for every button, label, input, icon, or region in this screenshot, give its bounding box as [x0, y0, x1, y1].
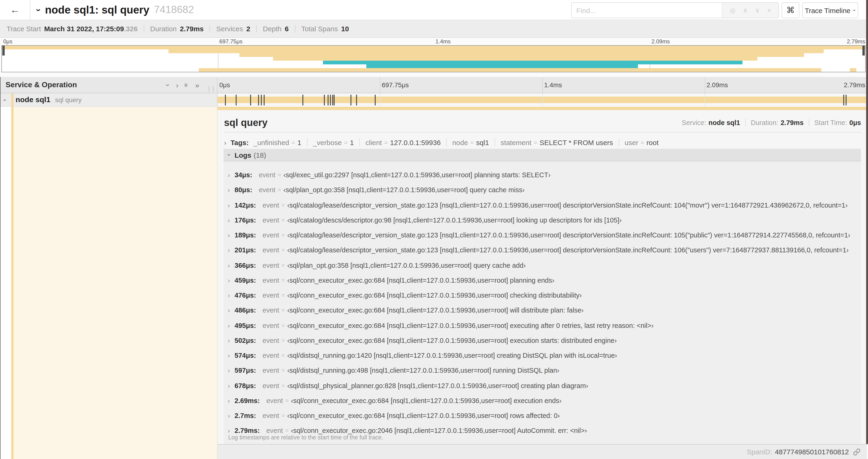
log-entry[interactable]: ›476μs:event=‹sql/conn_executor_exec.go:… — [228, 291, 859, 300]
log-timestamp: 189μs: — [235, 231, 256, 239]
link-icon[interactable] — [853, 448, 861, 456]
log-entry[interactable]: ›2.79ms:event=‹sql/conn_executor_exec.go… — [228, 426, 859, 435]
chevron-right-icon[interactable]: › — [228, 337, 230, 344]
log-marker[interactable] — [250, 95, 251, 105]
chevron-right-icon[interactable]: › — [228, 217, 230, 224]
log-marker[interactable] — [328, 95, 329, 105]
chevron-right-icon[interactable]: › — [228, 247, 230, 254]
log-entry[interactable]: ›495μs:event=‹sql/conn_executor_exec.go:… — [228, 321, 859, 330]
span-color-stripe — [11, 93, 13, 107]
prev-match-icon[interactable]: ∧ — [743, 6, 748, 14]
log-marker[interactable] — [846, 95, 846, 105]
back-button[interactable]: ← — [0, 0, 30, 20]
span-id-value: 4877749850101760812 — [775, 448, 849, 456]
chevron-right-icon[interactable]: › — [228, 352, 230, 359]
minimap-tick-label: 697.75μs — [219, 38, 242, 45]
log-entry[interactable]: ›176μs:event=‹sql/catalog/descs/descript… — [228, 216, 859, 225]
minimap-canvas[interactable] — [1, 45, 866, 72]
tag-item[interactable]: node=sql1 — [453, 138, 489, 146]
expand-one-icon[interactable]: › — [176, 81, 178, 88]
span-color-stripe — [11, 107, 13, 459]
chevron-right-icon[interactable]: › — [228, 201, 230, 209]
find-input[interactable] — [572, 3, 722, 18]
tags-row[interactable]: › Tags: _unfinished=1_verbose=1client=12… — [224, 136, 861, 148]
chevron-right-icon[interactable]: › — [228, 171, 230, 179]
find-controls: ◎∧∨× — [722, 3, 778, 18]
chevron-right-icon[interactable]: › — [228, 231, 230, 239]
log-marker[interactable] — [332, 95, 333, 105]
scroll-to-match-icon[interactable]: ◎ — [730, 6, 736, 14]
log-entry[interactable]: ›80μs:event=‹sql/plan_opt.go:358 [nsql1,… — [228, 186, 859, 195]
minimap-tick-labels: 0μs697.75μs1.4ms2.09ms2.79ms — [2, 38, 866, 45]
chevron-right-icon[interactable]: › — [228, 412, 230, 419]
tag-item[interactable]: client=127.0.0.1:59936 — [365, 138, 440, 146]
next-match-icon[interactable]: ∨ — [755, 6, 760, 14]
log-entry[interactable]: ›201μs:event=‹sql/catalog/lease/descript… — [228, 245, 859, 255]
logs-header[interactable]: › Logs (18) — [223, 149, 861, 161]
chevron-right-icon[interactable]: › — [228, 367, 230, 374]
clear-search-icon[interactable]: × — [767, 6, 771, 14]
log-equals: = — [281, 352, 285, 359]
log-entry[interactable]: ›597μs:event=‹sql/distsql_running.go:498… — [228, 366, 859, 375]
log-message: ‹sql/conn_executor_exec.go:2046 [nsql1,c… — [291, 427, 587, 434]
chevron-right-icon[interactable]: › — [228, 307, 230, 314]
log-marker[interactable] — [375, 95, 376, 105]
tag-item[interactable]: statement=SELECT * FROM users — [501, 138, 613, 146]
vertical-scrollbar[interactable] — [866, 0, 868, 444]
log-entry[interactable]: ›189μs:event=‹sql/catalog/lease/descript… — [228, 230, 859, 240]
chevron-right-icon[interactable]: › — [228, 382, 230, 389]
back-arrow-icon: ← — [10, 4, 20, 15]
log-marker[interactable] — [356, 95, 357, 105]
tag-item[interactable]: user=root — [625, 138, 658, 146]
log-entry[interactable]: ›2.69ms:event=‹sql/conn_executor_exec.go… — [228, 396, 859, 405]
chevron-right-icon[interactable]: › — [228, 261, 230, 269]
tag-item[interactable]: _verbose=1 — [313, 138, 354, 146]
minimap-left-scrubber[interactable] — [2, 46, 5, 56]
log-marker[interactable] — [351, 95, 352, 105]
chevron-right-icon[interactable]: › — [228, 427, 230, 434]
log-marker[interactable] — [258, 95, 259, 105]
minimap-tick-label: 0μs — [3, 38, 12, 45]
chevron-right-icon[interactable]: › — [228, 276, 230, 284]
column-resizer-handle[interactable]: ❘❘ — [207, 85, 215, 92]
log-entry[interactable]: ›486μs:event=‹sql/conn_executor_exec.go:… — [228, 306, 859, 315]
log-marker[interactable] — [843, 95, 844, 105]
span-row-name-cell[interactable]: › node sql1 sql query — [0, 93, 217, 107]
log-entry[interactable]: ›678μs:event=‹sql/distsql_physical_plann… — [228, 381, 859, 390]
page-title: node sql1: sql query — [45, 3, 149, 16]
chevron-right-icon[interactable]: › — [228, 322, 230, 329]
log-marker[interactable] — [225, 95, 226, 105]
chevron-down-icon[interactable]: › — [2, 99, 9, 101]
divider — [295, 25, 295, 32]
log-entry[interactable]: ›502μs:event=‹sql/conn_executor_exec.go:… — [228, 336, 859, 345]
keyboard-shortcuts-button[interactable]: ⌘ — [782, 2, 799, 18]
log-entry[interactable]: ›34μs:event=‹sql/exec_util.go:2297 [nsql… — [228, 170, 859, 179]
log-entry[interactable]: ›459μs:event=‹sql/conn_executor_exec.go:… — [228, 276, 859, 285]
collapse-one-icon[interactable]: › — [165, 84, 172, 86]
log-timestamp: 459μs: — [235, 276, 256, 284]
log-marker[interactable] — [334, 95, 335, 105]
view-selector-button[interactable]: Trace Timeline › — [802, 2, 858, 18]
log-marker[interactable] — [236, 95, 237, 105]
log-marker[interactable] — [261, 95, 262, 105]
divider — [446, 138, 447, 146]
tag-item[interactable]: _unfinished=1 — [253, 138, 301, 146]
minimap-span-bar — [239, 53, 804, 57]
log-marker[interactable] — [324, 95, 325, 105]
chevron-right-icon[interactable]: › — [224, 138, 226, 146]
log-marker[interactable] — [264, 95, 265, 105]
log-entry[interactable]: ›366μs:event=‹sql/plan_opt.go:358 [nsql1… — [228, 261, 859, 270]
log-entry[interactable]: ›574μs:event=‹sql/distsql_running.go:142… — [228, 351, 859, 360]
log-marker[interactable] — [330, 95, 331, 105]
chevron-down-icon[interactable]: › — [34, 8, 43, 11]
collapse-all-icon[interactable]: » — [183, 83, 190, 87]
summary-label: Total Spans — [301, 25, 338, 33]
chevron-right-icon[interactable]: › — [228, 186, 230, 194]
log-marker[interactable] — [302, 95, 303, 105]
log-entry[interactable]: ›2.7ms:event=‹sql/conn_executor_exec.go:… — [228, 411, 859, 420]
expand-all-icon[interactable]: » — [195, 81, 199, 88]
chevron-right-icon[interactable]: › — [228, 397, 230, 404]
minimap-right-scrubber[interactable] — [862, 46, 865, 56]
log-entry[interactable]: ›142μs:event=‹sql/catalog/lease/descript… — [228, 200, 859, 210]
chevron-right-icon[interactable]: › — [228, 292, 230, 299]
